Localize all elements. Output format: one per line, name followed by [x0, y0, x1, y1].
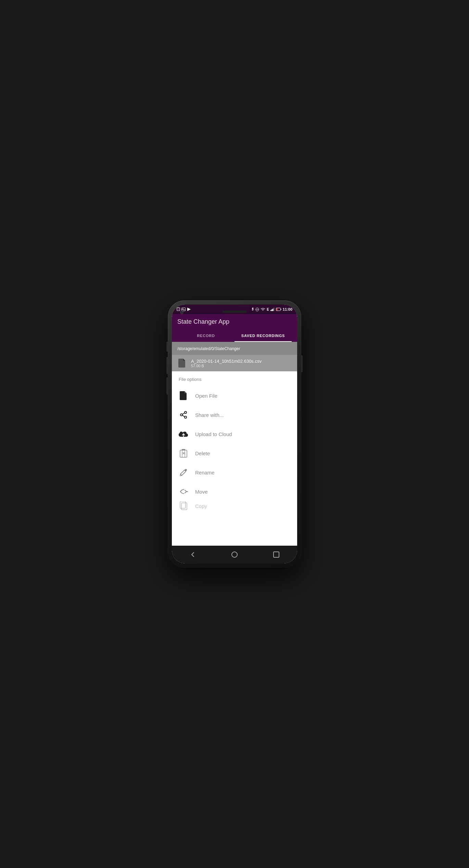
pencil-icon	[179, 468, 188, 477]
menu-item-copy[interactable]: Copy	[172, 501, 297, 511]
file-doc-icon	[177, 358, 187, 368]
move-label: Move	[195, 489, 208, 495]
svg-rect-13	[280, 309, 281, 310]
tab-record[interactable]: RECORD	[177, 330, 234, 342]
notification-icon: !	[177, 307, 180, 311]
tab-bar: RECORD SAVED RECORDINGS	[177, 330, 292, 342]
copy-icon	[179, 501, 188, 511]
menu-item-delete[interactable]: ✕ Delete	[172, 444, 297, 463]
svg-text:!: !	[178, 308, 179, 310]
open-file-icon	[179, 391, 188, 400]
svg-line-18	[182, 413, 185, 414]
speaker	[223, 311, 246, 313]
rename-label: Rename	[195, 470, 215, 475]
delete-label: Delete	[195, 450, 210, 456]
svg-line-19	[182, 415, 185, 417]
upload-label: Upload to Cloud	[195, 431, 232, 437]
svg-point-30	[232, 552, 237, 557]
status-icons-right: E	[251, 307, 292, 311]
bluetooth-icon	[251, 307, 254, 311]
svg-rect-14	[276, 308, 277, 310]
svg-rect-24	[182, 449, 185, 450]
navigation-bar	[172, 546, 297, 563]
file-list-item[interactable]: A_2020-01-14_10h51m02.630s.csv 57.00 B	[172, 355, 297, 371]
share-label: Share with...	[195, 412, 224, 418]
cloud-upload-icon	[179, 429, 188, 439]
app-title: State Changer App	[177, 318, 292, 325]
menu-item-upload[interactable]: Upload to Cloud	[172, 424, 297, 444]
recent-button[interactable]	[270, 548, 282, 561]
svg-rect-10	[272, 309, 274, 311]
svg-rect-28	[181, 503, 187, 510]
svg-text:✕: ✕	[182, 451, 185, 455]
phone-screen: !	[172, 305, 297, 563]
delete-icon: ✕	[179, 448, 188, 458]
file-info: A_2020-01-14_10h51m02.630s.csv 57.00 B	[191, 359, 262, 368]
camera	[180, 311, 183, 314]
home-button[interactable]	[228, 548, 241, 561]
storage-path-text: /storage/emulated/0/StateChanger	[177, 346, 240, 351]
battery-icon	[276, 308, 281, 311]
svg-marker-5	[187, 308, 191, 311]
clock: 11:00	[283, 307, 292, 311]
menu-item-move[interactable]: Move	[172, 482, 297, 501]
app-bar: State Changer App RECORD SAVED RECORDING…	[172, 314, 297, 342]
file-path-bar: /storage/emulated/0/StateChanger	[172, 342, 297, 355]
context-menu: File options Open File	[172, 371, 297, 546]
svg-line-27	[180, 475, 182, 476]
signal-icon	[270, 308, 275, 311]
sheet-title: File options	[172, 377, 297, 386]
open-file-label: Open File	[195, 393, 217, 399]
svg-rect-31	[274, 552, 279, 557]
e-icon: E	[267, 308, 269, 311]
file-size-text: 57.00 B	[191, 364, 262, 368]
menu-item-open-file[interactable]: Open File	[172, 386, 297, 405]
tab-saved-recordings[interactable]: SAVED RECORDINGS	[234, 330, 292, 342]
file-name-text: A_2020-01-14_10h51m02.630s.csv	[191, 359, 262, 364]
status-icons-left: !	[177, 307, 191, 311]
wifi-icon	[261, 308, 265, 311]
svg-rect-8	[270, 310, 271, 311]
menu-item-rename[interactable]: Rename	[172, 463, 297, 482]
move-icon	[179, 487, 188, 496]
playstore-icon	[187, 307, 191, 311]
svg-rect-29	[180, 501, 186, 508]
back-button[interactable]	[187, 548, 199, 561]
svg-rect-9	[271, 309, 272, 311]
svg-rect-11	[274, 308, 275, 311]
share-icon	[179, 410, 188, 420]
phone-device: !	[168, 300, 301, 568]
copy-label: Copy	[195, 503, 207, 509]
minus-circle-icon	[255, 308, 259, 311]
menu-item-share[interactable]: Share with...	[172, 405, 297, 424]
